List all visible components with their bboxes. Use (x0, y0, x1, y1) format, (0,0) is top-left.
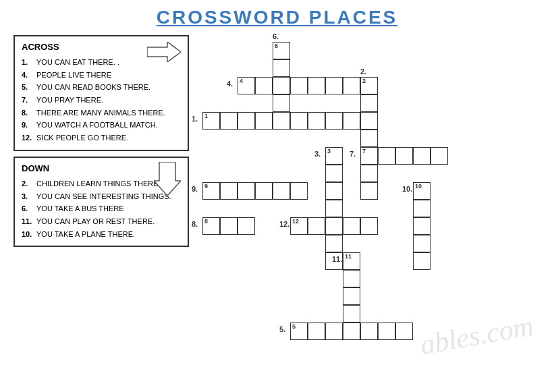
grid-cell[interactable]: 10 (413, 182, 431, 200)
cell-number-label: 11 (345, 254, 352, 260)
grid-cell[interactable] (395, 147, 413, 165)
svg-marker-1 (154, 162, 181, 196)
grid-cell[interactable] (220, 217, 238, 235)
grid-number-label: 11. (332, 255, 342, 263)
grid-cell[interactable] (325, 182, 343, 200)
grid-cell[interactable] (378, 323, 395, 340)
grid-cell[interactable] (255, 112, 273, 130)
grid-cell[interactable] (325, 77, 343, 94)
grid-number-label: 2. (360, 67, 366, 76)
grid-cell[interactable] (325, 217, 343, 235)
grid-cell[interactable] (378, 147, 395, 165)
cell-number-label: 3 (327, 148, 331, 155)
grid-cell[interactable] (343, 305, 360, 323)
across-clue-7: 7.YOU PRAY THERE. (22, 94, 181, 107)
grid-cell[interactable] (343, 217, 360, 235)
grid-cell[interactable] (308, 77, 325, 94)
down-arrow-icon (154, 162, 181, 196)
grid-cell[interactable] (290, 77, 308, 94)
cell-number-label: 6 (275, 43, 278, 49)
grid-cell[interactable] (343, 287, 360, 305)
grid-cell[interactable] (273, 77, 290, 94)
grid-cell[interactable] (360, 94, 378, 112)
cell-number-label: 5 (292, 324, 296, 330)
grid-cell[interactable] (360, 182, 378, 200)
grid-number-label: 12. (279, 220, 289, 228)
grid-cell[interactable] (238, 112, 255, 130)
grid-cell[interactable] (325, 323, 343, 340)
grid-number-label: 8. (192, 220, 198, 228)
grid-cell[interactable] (308, 217, 325, 235)
grid-number-label: 3. (314, 150, 321, 158)
grid-cell[interactable]: 1 (202, 112, 220, 130)
grid-cell[interactable]: 7 (360, 147, 378, 165)
cell-number-label: 10 (415, 184, 422, 190)
grid-cell[interactable] (360, 323, 378, 340)
grid-cell[interactable] (413, 147, 431, 165)
across-clue-list: 1.YOU CAN EAT THERE. . 4.PEOPLE LIVE THE… (22, 56, 181, 144)
grid-cell[interactable]: 4 (238, 77, 255, 94)
down-clue-6: 6.YOU TAKE A BUS THERE (22, 202, 181, 215)
down-clue-11: 11.YOU CAN PLAY OR REST THERE. (22, 215, 181, 228)
grid-cell[interactable] (238, 217, 255, 235)
grid-cell[interactable] (360, 130, 378, 147)
page-title: CROSSWORD PLACES (13, 7, 541, 28)
grid-cell[interactable] (273, 59, 290, 77)
grid-cell[interactable] (360, 217, 378, 235)
grid-cell[interactable] (413, 235, 431, 252)
grid-number-label: 5. (279, 325, 285, 333)
down-box: DOWN 2.CHILDREN LEARN THINGS THERE. 3.YO… (13, 157, 189, 247)
grid-cell[interactable] (431, 147, 448, 165)
grid-cell[interactable] (360, 112, 378, 130)
across-clue-12: 12.SICK PEOPLE GO THERE. (22, 132, 181, 144)
grid-cell[interactable]: 9 (202, 182, 220, 200)
grid-cell[interactable] (220, 182, 238, 200)
grid-cell[interactable] (360, 165, 378, 182)
grid-cell[interactable]: 12 (290, 217, 308, 235)
grid-cell[interactable] (343, 77, 360, 94)
grid-cell[interactable] (325, 200, 343, 217)
grid-cell[interactable] (413, 252, 431, 270)
grid-cell[interactable] (238, 182, 255, 200)
cell-number-label: 9 (204, 184, 208, 190)
grid-cell[interactable] (395, 323, 413, 340)
across-clue-8: 8.THERE ARE MANY ANIMALS THERE. (22, 107, 181, 119)
grid-cell[interactable]: 3 (325, 147, 343, 165)
across-clue-5: 5.YOU CAN READ BOOKS THERE. (22, 81, 181, 94)
cell-number-label: 7 (362, 148, 366, 155)
grid-cell[interactable] (413, 217, 431, 235)
grid-number-label: 6. (273, 32, 279, 40)
grid-cell[interactable] (255, 182, 273, 200)
across-clue-9: 9.YOU WATCH A FOOTBALL MATCH. (22, 119, 181, 132)
grid-cell[interactable] (273, 112, 290, 130)
across-clue-4: 4.PEOPLE LIVE THERE (22, 69, 181, 82)
grid-cell[interactable] (273, 94, 290, 112)
grid-cell[interactable] (343, 270, 360, 287)
grid-cell[interactable] (255, 77, 273, 94)
down-clue-10: 10.YOU TAKE A PLANE THERE. (22, 228, 181, 241)
grid-cell[interactable] (290, 112, 308, 130)
crossword-grid: 4217981256310116.4.2.1.3.7.9.10.8.12.11.… (196, 35, 541, 247)
grid-cell[interactable] (325, 165, 343, 182)
grid-cell[interactable] (273, 182, 290, 200)
across-box: ACROSS 1.YOU CAN EAT THERE. . 4.PEOPLE L… (13, 35, 189, 151)
grid-cell[interactable]: 2 (360, 77, 378, 94)
grid-number-label: 4. (227, 80, 233, 88)
grid-cell[interactable] (308, 112, 325, 130)
grid-cell[interactable] (290, 182, 308, 200)
grid-cell[interactable]: 11 (343, 252, 360, 270)
grid-cell[interactable]: 8 (202, 217, 220, 235)
grid-cell[interactable]: 6 (273, 42, 290, 59)
cell-number-label: 12 (292, 219, 299, 225)
grid-cell[interactable]: 5 (290, 323, 308, 340)
grid-cell[interactable] (220, 112, 238, 130)
cell-number-label: 8 (204, 219, 208, 225)
grid-cell[interactable] (343, 112, 360, 130)
grid-cell[interactable] (343, 323, 360, 340)
grid-cell[interactable] (325, 112, 343, 130)
grid-cell[interactable] (413, 200, 431, 217)
grid-number-label: 9. (192, 185, 198, 193)
grid-cell[interactable] (308, 323, 325, 340)
grid-cell[interactable] (325, 235, 343, 252)
cell-number-label: 1 (204, 113, 208, 119)
